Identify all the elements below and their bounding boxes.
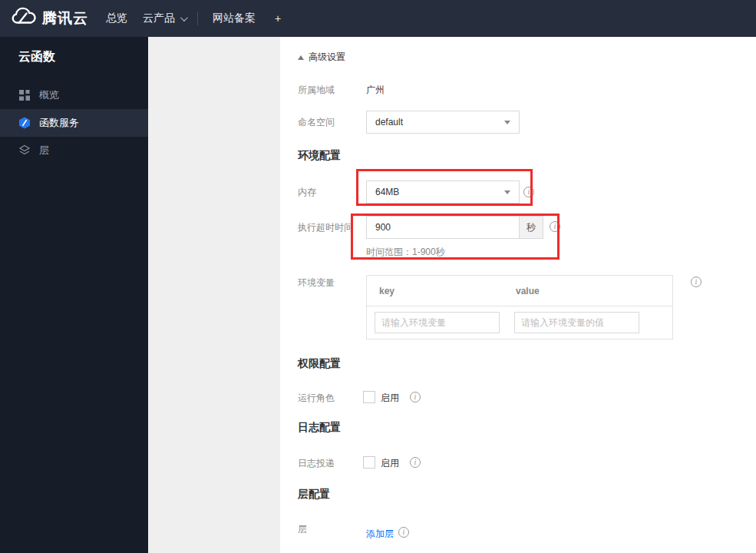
run-role-info-icon[interactable]: i — [410, 392, 421, 402]
timeout-range-hint: 时间范围：1-900秒 — [366, 246, 445, 259]
memory-select[interactable]: 64MB — [366, 180, 520, 204]
layer-info-icon[interactable]: i — [398, 527, 409, 538]
section-env-config: 环境配置 — [298, 149, 341, 163]
memory-label: 内存 — [298, 187, 316, 197]
namespace-selected-value: default — [375, 117, 403, 127]
sidebar-menu: 概览 函数服务 层 — [0, 81, 148, 164]
run-role-enable-label: 启用 — [381, 392, 399, 403]
env-value-header: value — [516, 286, 540, 296]
sidebar-item-label: 层 — [39, 144, 49, 157]
scf-hexagon-icon — [18, 117, 31, 129]
log-delivery-info-icon[interactable]: i — [410, 457, 421, 468]
env-key-header: key — [379, 286, 395, 296]
env-value-input[interactable] — [514, 312, 639, 333]
nav-overview[interactable]: 总览 — [106, 0, 127, 37]
run-role-checkbox[interactable] — [363, 391, 375, 403]
nav-cloud-products[interactable]: 云产品 — [143, 0, 186, 37]
memory-info-icon[interactable]: i — [523, 187, 534, 197]
env-vars-table: key value — [366, 275, 673, 339]
section-log-config: 日志配置 — [298, 421, 341, 435]
layers-icon — [18, 144, 31, 157]
nav-divider — [197, 12, 198, 25]
advanced-settings-toggle[interactable]: 高级设置 — [298, 51, 345, 64]
log-delivery-label: 日志投递 — [298, 458, 335, 469]
section-perm-config: 权限配置 — [298, 357, 341, 371]
timeout-info-icon[interactable]: i — [550, 221, 560, 232]
namespace-label: 命名空间 — [298, 117, 335, 127]
timeout-unit-suffix: 秒 — [520, 216, 543, 239]
timeout-label: 执行超时时间 — [298, 222, 353, 233]
namespace-select[interactable]: default — [366, 111, 520, 134]
sidebar-product-title: 云函数 — [18, 49, 55, 65]
timeout-input-group: 秒 — [366, 216, 543, 239]
sidebar-item-label: 函数服务 — [39, 116, 79, 130]
plus-icon: + — [275, 12, 281, 25]
triangle-up-icon — [298, 55, 304, 60]
sidebar-item-label: 概览 — [39, 88, 59, 102]
region-label: 所属地域 — [298, 84, 335, 95]
brand[interactable]: 腾讯云 — [10, 0, 88, 37]
caret-down-icon — [504, 121, 510, 124]
sidebar-item-overview[interactable]: 概览 — [0, 81, 148, 109]
run-role-label: 运行角色 — [298, 392, 335, 403]
tencent-cloud-logo-icon — [10, 7, 36, 30]
env-vars-input-row — [367, 306, 672, 339]
sidebar-item-layers[interactable]: 层 — [0, 137, 148, 164]
timeout-input[interactable] — [366, 216, 520, 239]
collapsed-panel-background — [148, 37, 280, 553]
log-delivery-enable-label: 启用 — [381, 458, 399, 469]
env-vars-info-icon[interactable]: i — [691, 276, 702, 287]
brand-name: 腾讯云 — [42, 8, 88, 28]
dashboard-grid-icon — [18, 89, 31, 101]
topbar: 腾讯云 总览 云产品 网站备案 + — [0, 0, 756, 37]
sidebar-item-function-service[interactable]: 函数服务 — [0, 109, 148, 137]
region-value: 广州 — [366, 84, 385, 95]
add-layer-link[interactable]: 添加层 — [366, 528, 394, 541]
caret-down-icon — [504, 190, 510, 194]
log-delivery-checkbox[interactable] — [363, 456, 375, 469]
chevron-down-icon — [180, 14, 188, 22]
env-vars-label: 环境变量 — [298, 277, 335, 288]
settings-form: 高级设置 所属地域 广州 命名空间 default 环境配置 内存 64MB i… — [280, 37, 756, 553]
section-layer-config: 层配置 — [298, 488, 330, 502]
sidebar: 云函数 概览 函数服务 — [0, 37, 148, 553]
memory-selected-value: 64MB — [375, 187, 399, 197]
nav-add-tab-button[interactable]: + — [275, 0, 281, 37]
env-vars-header-row: key value — [367, 276, 672, 306]
layer-label: 层 — [298, 524, 307, 535]
env-key-input[interactable] — [375, 312, 500, 333]
nav-website-beian[interactable]: 网站备案 — [213, 0, 256, 37]
